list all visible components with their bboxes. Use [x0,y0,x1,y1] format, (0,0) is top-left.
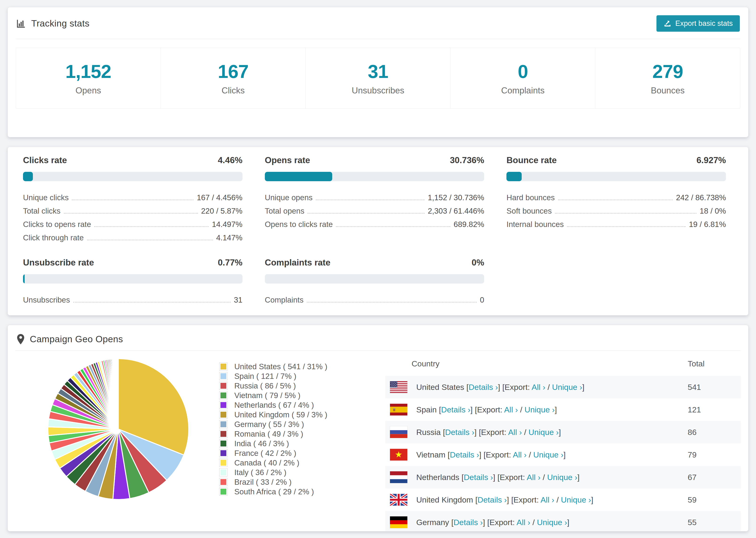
rate-detail-rows: Hard bounces242 / 86.738%Soft bounces18 … [507,189,726,229]
export-unique-link-germany[interactable]: Unique › [537,518,567,527]
details-link-vietnam[interactable]: Details › [450,450,479,459]
stat-label: Unsubscribes [352,86,404,95]
export-basic-stats-button[interactable]: Export basic stats [657,15,740,32]
geo-table-row-russia: Russia [Details ›] [Export: All › / Uniq… [385,421,741,443]
rate-detail-label: Unique clicks [23,193,69,202]
details-link-netherlands[interactable]: Details › [464,473,493,482]
rate-detail-label: Total opens [265,207,304,216]
total-cell: 541 [688,383,741,392]
progress-bar-track [23,172,243,181]
dotted-leader [567,226,685,227]
legend-swatch [220,372,227,380]
export-all-link-spain[interactable]: All › [504,405,518,414]
rate-title: Complaints rate [265,258,331,268]
legend-label: Spain ( 121 / 7% ) [234,372,296,381]
nl-flag-icon [390,471,407,483]
legend-item-brazil: Brazil ( 33 / 2% ) [220,477,385,487]
stat-box-clicks: 167Clicks [161,48,306,108]
export-unique-link-netherlands[interactable]: Unique › [547,473,577,482]
dotted-leader [87,240,213,241]
rate-value: 6.927% [697,155,726,165]
rate-detail-label: Hard bounces [507,193,555,202]
rate-detail-value: 31 [234,296,243,305]
export-all-link-united-kingdom[interactable]: All › [540,495,554,504]
rate-detail-rows: Unique opens1,152 / 30.736%Total opens2,… [265,189,484,229]
export-all-link-united-states[interactable]: All › [531,383,545,392]
geo-header: Campaign Geo Opens [15,325,741,351]
pie-slice-other-37[interactable] [118,359,118,429]
rate-detail-value: 167 / 4.456% [197,193,243,202]
stat-label: Clicks [222,86,245,95]
rate-detail-row: Internal bounces19 / 6.81% [507,216,726,229]
export-unique-link-spain[interactable]: Unique › [524,405,555,414]
rate-detail-label: Soft bounces [507,207,552,216]
rate-detail-row: Click through rate4.147% [23,229,243,243]
legend-swatch [220,401,227,409]
legend-label: Romania ( 49 / 3% ) [234,430,303,439]
export-button-label: Export basic stats [675,19,733,28]
legend-label: Germany ( 55 / 3% ) [234,420,304,429]
country-column-header: Country [385,359,440,368]
de-flag-icon [390,516,407,528]
rate-detail-row: Opens to clicks rate689.82% [265,216,484,229]
details-link-united-kingdom[interactable]: Details › [477,495,507,504]
rate-detail-value: 242 / 86.738% [676,193,726,202]
total-cell: 67 [688,473,741,482]
details-link-russia[interactable]: Details › [445,428,474,437]
export-unique-link-united-states[interactable]: Unique › [552,383,582,392]
stat-label: Opens [75,86,101,95]
vn-flag-icon [390,449,407,460]
rate-panel-clicks-rate: Clicks rate4.46%Unique clicks167 / 4.456… [23,155,243,243]
rate-title: Clicks rate [23,155,67,165]
legend-swatch [220,478,227,486]
country-name: United Kingdom [416,495,475,504]
rate-detail-value: 19 / 6.81% [689,220,726,229]
stat-value: 31 [368,61,388,82]
stat-value: 279 [652,61,683,82]
progress-bar-fill [23,274,25,284]
rate-detail-value: 4.147% [216,233,243,243]
country-cell: Spain [Details ›] [Export: All › / Uniqu… [416,405,557,414]
legend-label: South Africa ( 29 / 2% ) [234,487,314,496]
legend-item-india: India ( 46 / 3% ) [220,439,385,448]
rate-panel-header: Clicks rate4.46% [23,155,243,165]
geo-country-table: Country Total United States [Details ›] … [385,351,741,531]
rate-detail-label: Unique opens [265,193,313,202]
stat-label: Complaints [501,86,544,95]
us-flag-icon [390,381,407,393]
geo-table-row-germany: Germany [Details ›] [Export: All › / Uni… [385,511,741,531]
country-name: Germany [416,518,451,527]
rate-detail-row: Hard bounces242 / 86.738% [507,189,726,202]
legend-swatch [220,420,227,428]
ru-flag-icon [390,426,407,438]
export-all-link-russia[interactable]: All › [508,428,522,437]
rate-detail-value: 18 / 0% [700,207,726,216]
export-unique-link-vietnam[interactable]: Unique › [533,450,564,459]
details-link-germany[interactable]: Details › [454,518,483,527]
export-all-link-germany[interactable]: All › [516,518,530,527]
rate-detail-label: Internal bounces [507,220,564,229]
legend-item-spain: Spain ( 121 / 7% ) [220,371,385,381]
rate-detail-row: Unique clicks167 / 4.456% [23,189,243,202]
country-name: Netherlands [416,473,461,482]
geo-table-header: Country Total [385,351,741,376]
export-unique-link-russia[interactable]: Unique › [528,428,559,437]
progress-bar-track [507,172,726,181]
details-link-united-states[interactable]: Details › [469,383,498,392]
rate-detail-label: Opens to clicks rate [265,220,333,229]
legend-label: Brazil ( 33 / 2% ) [234,478,292,487]
total-cell: 55 [688,518,741,527]
country-cell: United States [Details ›] [Export: All ›… [416,383,584,392]
export-unique-link-united-kingdom[interactable]: Unique › [561,495,591,504]
rate-detail-row: Clicks to opens rate14.497% [23,216,243,229]
export-all-link-netherlands[interactable]: All › [527,473,541,482]
progress-bar-fill [23,172,33,181]
dotted-leader [94,226,209,227]
rate-panel-header: Opens rate30.736% [265,155,484,165]
rate-panel-complaints-rate: Complaints rate0%Complaints0 [265,258,484,305]
rate-panel-bounce-rate: Bounce rate6.927%Hard bounces242 / 86.73… [507,155,726,243]
dotted-leader [307,213,424,214]
details-link-spain[interactable]: Details › [441,405,470,414]
export-all-link-vietnam[interactable]: All › [513,450,527,459]
rate-panel-opens-rate: Opens rate30.736%Unique opens1,152 / 30.… [265,155,484,243]
